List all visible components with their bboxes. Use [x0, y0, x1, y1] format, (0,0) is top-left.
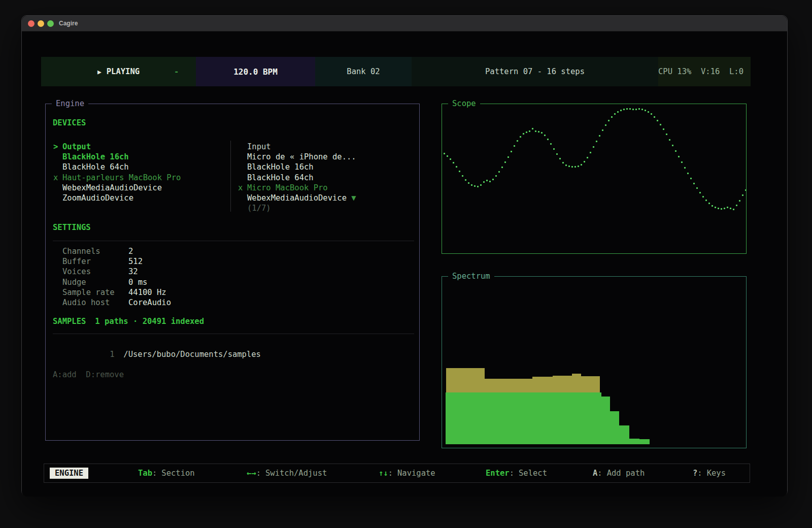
more-below-icon: ▼	[347, 193, 356, 203]
setting-row[interactable]: Nudge0 ms	[62, 277, 171, 287]
device-column-title: Input	[247, 142, 271, 151]
app-content: ▶ PLAYING 120.0 BPM Bank 02 Pattern 07 -…	[22, 31, 787, 497]
close-button[interactable]	[28, 20, 35, 27]
shortcut-hint: ↑↓:Navigate	[379, 464, 435, 482]
device-item[interactable]: BlackHole 64ch	[238, 173, 411, 183]
spectrum-panel: Spectrum	[442, 276, 747, 448]
shortcut-separator: :	[697, 469, 702, 478]
devices-heading: DEVICES	[53, 118, 86, 127]
device-label: BlackHole 64ch	[247, 173, 314, 182]
sample-path-row[interactable]: 1/Users/bubo/Documents/samples	[62, 339, 261, 349]
shortcut-label: Section	[161, 469, 194, 478]
device-item[interactable]: ZoomAudioDevice	[53, 193, 228, 203]
device-label: BlackHole 16ch	[247, 162, 314, 172]
samples-title: SAMPLES	[53, 317, 86, 326]
device-item[interactable]: xHaut-parleurs MacBook Pro	[53, 173, 228, 183]
spectrum-band-segment	[553, 376, 572, 392]
spectrum-band-segment	[581, 376, 600, 392]
settings-list: Channels2Buffer512Voices32Nudge0 msSampl…	[62, 246, 171, 308]
spectrum-band-segment	[601, 397, 610, 444]
setting-row[interactable]: Voices32	[62, 267, 171, 277]
spectrum-band-segment	[446, 368, 485, 392]
shortcut-label: Add path	[607, 469, 645, 478]
device-item[interactable]: WebexMediaAudioDevice ▼	[238, 193, 411, 203]
device-label: Micro de « iPhone de...	[247, 152, 356, 161]
samples-divider	[53, 334, 414, 334]
device-label: BlackHole 16ch	[62, 152, 129, 161]
device-item[interactable]: BlackHole 16ch	[238, 162, 411, 172]
setting-row[interactable]: Channels2	[62, 246, 171, 256]
shortcut-separator: :	[152, 469, 157, 478]
spectrum-band-segment	[572, 374, 581, 392]
device-active-marker: x	[53, 173, 62, 183]
window-title: Cagire	[59, 20, 78, 27]
bpm-display[interactable]: 120.0 BPM	[196, 57, 315, 86]
device-label: WebexMediaAudioDevice	[62, 183, 162, 192]
shortcut-separator: :	[256, 469, 261, 478]
engine-panel: Engine DEVICES >OutputBlackHole 16chBlac…	[45, 104, 420, 441]
app-window: Cagire ▶ PLAYING 120.0 BPM Bank 02 Patte…	[21, 15, 788, 496]
device-item[interactable]: BlackHole 64ch	[53, 162, 228, 172]
status-footer: ENGINE Tab:Section←→:Switch/Adjust↑↓:Nav…	[44, 464, 750, 483]
shortcut-separator: :	[597, 469, 602, 478]
setting-label: Buffer	[62, 256, 128, 267]
device-label: WebexMediaAudioDevice	[247, 193, 347, 203]
setting-label: Voices	[62, 267, 128, 277]
samples-key-hint: A:add D:remove	[53, 370, 124, 379]
shortcut-key: ?	[693, 469, 697, 478]
device-label: ZoomAudioDevice	[62, 193, 133, 203]
shortcut-separator: :	[388, 469, 393, 478]
setting-value: 0 ms	[128, 278, 147, 287]
sample-path-index: 1	[110, 349, 123, 359]
mode-badge: ENGINE	[50, 468, 88, 479]
setting-row[interactable]: Audio hostCoreAudio	[62, 298, 171, 308]
device-list-pager: (1/7)	[238, 203, 411, 213]
setting-row[interactable]: Sample rate44100 Hz	[62, 287, 171, 298]
minimize-button[interactable]	[38, 20, 44, 27]
device-column-header[interactable]: Input	[238, 142, 411, 152]
spectrum-chart	[442, 277, 746, 448]
settings-heading: SETTINGS	[53, 223, 91, 232]
transport-bar: ▶ PLAYING 120.0 BPM Bank 02 Pattern 07 -…	[41, 57, 751, 86]
shortcut-key: Enter	[486, 469, 510, 478]
shortcut-label: Keys	[707, 469, 726, 478]
cpu-stats: CPU 13% V:16 L:0	[658, 57, 751, 86]
device-item[interactable]: BlackHole 16ch	[53, 152, 228, 162]
setting-label: Audio host	[62, 298, 128, 308]
setting-value: 2	[128, 247, 133, 256]
shortcut-label: Switch/Adjust	[265, 469, 327, 478]
device-column-title: Output	[62, 142, 91, 151]
shortcut-key: ↑↓	[379, 469, 388, 478]
device-column-header[interactable]: >Output	[53, 142, 228, 152]
setting-label: Nudge	[62, 277, 128, 287]
output-device-list: >OutputBlackHole 16chBlackHole 64chxHaut…	[53, 142, 228, 203]
spectrum-band-segment	[629, 439, 639, 444]
spectrum-band-segment	[619, 425, 629, 444]
device-item[interactable]: Micro de « iPhone de...	[238, 152, 411, 162]
window-titlebar[interactable]: Cagire	[22, 16, 787, 31]
transport-status[interactable]: ▶ PLAYING	[41, 57, 196, 86]
shortcut-hint: Tab:Section	[138, 464, 195, 482]
spectrum-band-segment	[639, 439, 650, 444]
spectrum-band-segment	[610, 411, 619, 444]
device-label: BlackHole 64ch	[62, 162, 129, 172]
samples-summary: 1 paths · 20491 indexed	[95, 317, 204, 326]
shortcut-key: ←→	[247, 469, 256, 478]
setting-row[interactable]: Buffer512	[62, 256, 171, 267]
device-column-divider	[230, 141, 231, 212]
setting-value: 512	[128, 257, 143, 266]
beat-pulse-indicator: -	[174, 57, 179, 86]
zoom-button[interactable]	[47, 20, 54, 27]
pattern-display[interactable]: Pattern 07 - 16 steps	[412, 57, 658, 86]
device-item[interactable]: WebexMediaAudioDevice	[53, 183, 228, 193]
scope-waveform	[442, 104, 746, 253]
spectrum-band-segment	[532, 377, 553, 392]
bank-display[interactable]: Bank 02	[315, 57, 412, 86]
shortcut-label: Navigate	[397, 469, 435, 478]
input-device-list: InputMicro de « iPhone de...BlackHole 16…	[238, 142, 411, 213]
setting-value: 32	[128, 267, 138, 276]
selection-caret-icon: >	[53, 142, 62, 152]
device-item[interactable]: xMicro MacBook Pro	[238, 183, 411, 193]
sample-path-value: /Users/bubo/Documents/samples	[123, 350, 261, 359]
device-label: Micro MacBook Pro	[247, 183, 328, 192]
